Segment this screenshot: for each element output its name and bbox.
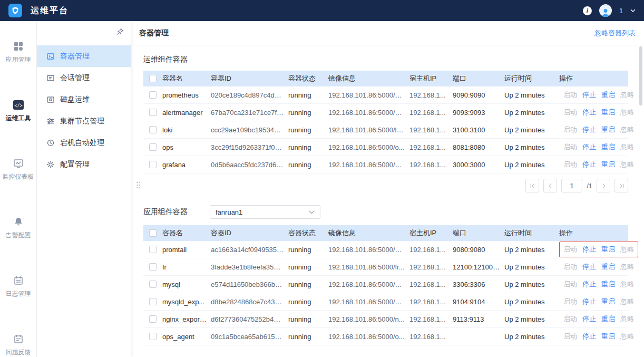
row-checkbox[interactable] (149, 161, 157, 168)
host-ip: 192.168.1... (409, 109, 453, 117)
sidebar-item-container-management[interactable]: 容器管理 (37, 45, 131, 67)
action-restart[interactable]: 重启 (601, 108, 615, 117)
action-restart[interactable]: 重启 (601, 279, 615, 289)
action-start[interactable]: 启动 (563, 332, 577, 341)
action-start[interactable]: 启动 (563, 314, 577, 324)
action-restart[interactable]: 重启 (601, 332, 615, 341)
user-avatar[interactable] (599, 4, 612, 17)
info-icon[interactable]: i (583, 6, 592, 15)
host-ip: 192.168.1... (409, 91, 453, 99)
action-stop[interactable]: 停止 (582, 297, 596, 306)
app-select-value: fanruan1 (216, 208, 242, 216)
action-ignore[interactable]: 忽略 (620, 142, 634, 152)
action-stop[interactable]: 停止 (582, 262, 596, 272)
row-checkbox[interactable] (149, 109, 157, 116)
image-info: 192.168.101.86:5000/m... (328, 298, 409, 306)
sidebar-item-downtime-auto-handling[interactable]: 宕机自动处理 (37, 132, 131, 153)
action-ignore[interactable]: 忽略 (620, 297, 634, 306)
action-start[interactable]: 启动 (563, 279, 577, 289)
page-number-input[interactable] (561, 179, 582, 192)
action-ignore[interactable]: 忽略 (620, 245, 634, 254)
last-page-button[interactable] (614, 179, 628, 192)
drag-handle[interactable] (136, 181, 141, 191)
host-ip: 192.168.1... (409, 263, 453, 271)
action-start[interactable]: 启动 (563, 125, 577, 134)
row-checkbox[interactable] (149, 298, 157, 305)
pin-icon[interactable] (116, 27, 124, 38)
action-stop[interactable]: 停止 (582, 108, 596, 117)
row-actions: 启动停止重启忽略 (559, 242, 638, 257)
action-stop[interactable]: 停止 (582, 245, 596, 254)
action-restart[interactable]: 重启 (601, 90, 615, 100)
sidebar-item-cluster-node-management[interactable]: 集群节点管理 (37, 110, 131, 132)
action-restart[interactable]: 重启 (601, 262, 615, 272)
action-ignore[interactable]: 忽略 (620, 279, 634, 289)
sidebar-item-config-management[interactable]: 配置管理 (37, 153, 131, 175)
action-start[interactable]: 启动 (563, 160, 577, 169)
next-page-button[interactable] (597, 179, 610, 192)
sidebar-item-session-management[interactable]: 会话管理 (37, 67, 131, 89)
container-id: d6f277360475252b4db... (211, 315, 288, 323)
row-checkbox[interactable] (149, 143, 157, 151)
action-stop[interactable]: 停止 (582, 332, 596, 341)
action-ignore[interactable]: 忽略 (620, 314, 634, 324)
action-stop[interactable]: 停止 (582, 125, 596, 134)
secondary-sidebar: 容器管理 会话管理 磁盘运维 集群节点管理 宕机自动处理 (37, 21, 131, 357)
action-ignore[interactable]: 忽略 (620, 262, 634, 272)
row-checkbox[interactable] (149, 315, 157, 323)
uptime: Up 2 minutes (504, 315, 559, 323)
column-header: 容器名 (162, 74, 211, 83)
action-stop[interactable]: 停止 (582, 142, 596, 152)
container-id: ac1663a14cf0949535e... (211, 246, 288, 254)
row-checkbox[interactable] (149, 263, 157, 271)
action-stop[interactable]: 停止 (582, 314, 596, 324)
action-ignore[interactable]: 忽略 (620, 90, 634, 100)
action-ignore[interactable]: 忽略 (620, 160, 634, 169)
rail-item-log-management[interactable]: 日志管理 (6, 275, 31, 298)
action-ignore[interactable]: 忽略 (620, 332, 634, 341)
action-restart[interactable]: 重启 (601, 297, 615, 306)
action-restart[interactable]: 重启 (601, 160, 615, 169)
rail-item-monitor-dashboard[interactable]: 监控仪表板 (3, 158, 34, 181)
rail-item-issue-feedback[interactable]: 问题反馈 (6, 334, 31, 357)
uptime: Up 2 minutes (504, 143, 559, 151)
action-restart[interactable]: 重启 (601, 125, 615, 134)
action-ignore[interactable]: 忽略 (620, 125, 634, 134)
rail-item-alert-config[interactable]: 告警配置 (6, 217, 31, 240)
gear-icon (46, 160, 55, 169)
action-restart[interactable]: 重启 (601, 314, 615, 324)
action-stop[interactable]: 停止 (582, 160, 596, 169)
prev-page-button[interactable] (543, 179, 557, 192)
action-stop[interactable]: 停止 (582, 279, 596, 289)
image-info: 192.168.101.86:5000/o... (328, 333, 409, 341)
row-checkbox[interactable] (149, 333, 157, 340)
sliders-icon (46, 117, 55, 126)
action-start[interactable]: 启动 (563, 90, 577, 100)
action-restart[interactable]: 重启 (601, 142, 615, 152)
row-checkbox[interactable] (149, 281, 157, 288)
ignore-container-list-link[interactable]: 忽略容器列表 (594, 28, 636, 38)
rail-item-app-management[interactable]: 应用管理 (6, 41, 31, 64)
action-stop[interactable]: 停止 (582, 90, 596, 100)
row-checkbox[interactable] (149, 246, 157, 253)
sidebar-item-disk-ops[interactable]: 磁盘运维 (37, 89, 131, 110)
select-all-checkbox[interactable] (149, 229, 157, 237)
app-select[interactable]: fanruan1 (210, 205, 320, 219)
row-checkbox[interactable] (149, 91, 157, 99)
action-start[interactable]: 启动 (563, 245, 577, 254)
chevron-down-icon[interactable] (630, 9, 636, 13)
first-page-button[interactable] (525, 179, 539, 192)
action-start[interactable]: 启动 (563, 108, 577, 117)
row-checkbox[interactable] (149, 126, 157, 133)
column-header: 镜像信息 (328, 74, 409, 83)
host-ip: 192.168.1... (409, 298, 453, 306)
rail-item-ops-tools[interactable]: </> 运维工具 (6, 100, 31, 123)
container-name: grafana (162, 161, 211, 169)
action-start[interactable]: 启动 (563, 142, 577, 152)
action-restart[interactable]: 重启 (601, 245, 615, 254)
action-start[interactable]: 启动 (563, 297, 577, 306)
select-all-checkbox[interactable] (149, 75, 157, 82)
action-ignore[interactable]: 忽略 (620, 108, 634, 117)
action-start[interactable]: 启动 (563, 262, 577, 272)
vertical-scrollbar[interactable] (639, 46, 642, 105)
